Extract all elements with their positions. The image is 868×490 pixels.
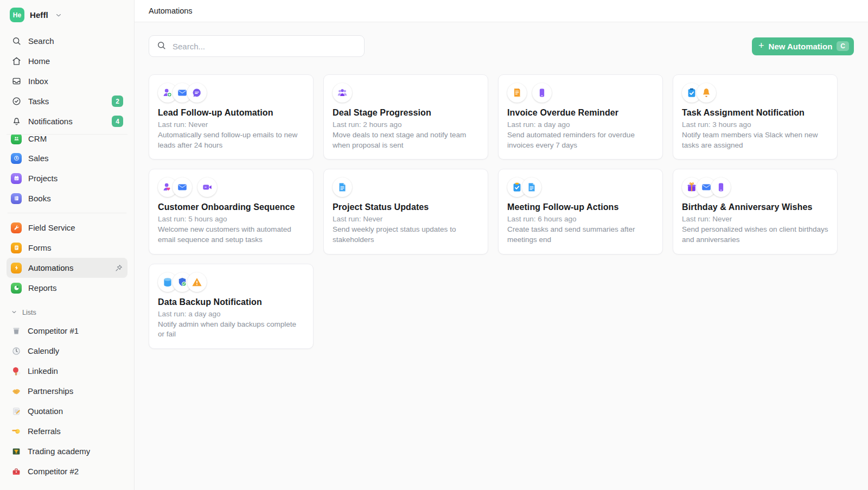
svg-text:$: $ [15, 156, 17, 160]
sidebar-item-automations[interactable]: Automations [7, 258, 127, 278]
automation-card[interactable]: Data Backup NotificationLast run: a day … [149, 264, 314, 349]
sidebar-item-tasks[interactable]: Tasks2 [7, 91, 127, 111]
sidebar-item-label: Forms [28, 243, 52, 252]
sidebar-item-crm[interactable]: CRM [7, 134, 127, 148]
sidebar-item-label: Field Service [28, 223, 75, 232]
card-title: Data Backup Notification [158, 297, 304, 307]
sidebar-item-home[interactable]: Home [7, 51, 127, 71]
automation-card[interactable]: Customer Onboarding SequenceLast run: 5 … [149, 169, 314, 254]
card-last-run: Last run: Never [333, 215, 479, 223]
tasks-icon [11, 96, 22, 107]
crm-app-icon [11, 134, 22, 144]
automation-card[interactable]: Birthday & Anniversary WishesLast run: N… [673, 169, 838, 254]
field-service-app-icon [11, 222, 22, 233]
search-input[interactable] [171, 41, 357, 52]
automations-app-icon [11, 263, 22, 273]
reports-app-icon [11, 283, 22, 294]
sidebar-item-label: Tasks [28, 97, 49, 106]
trophy-frame-icon [11, 446, 21, 456]
card-description: Create tasks and send summaries after me… [507, 225, 654, 245]
sidebar-item-reports[interactable]: Reports [7, 278, 127, 298]
card-description: Send weekly project status updates to st… [333, 225, 479, 245]
sidebar-item-field-service[interactable]: Field Service [7, 218, 127, 238]
sidebar-item-label: Home [28, 56, 50, 66]
icon-group [158, 177, 192, 197]
sidebar-item-linkedin[interactable]: Linkedin [7, 361, 127, 381]
call-me-icon [11, 426, 21, 436]
card-icons [682, 177, 828, 198]
automation-card[interactable]: Invoice Overdue ReminderLast run: a day … [498, 74, 663, 160]
automation-card[interactable]: Meeting Follow-up ActionsLast run: 6 hou… [498, 169, 663, 254]
sidebar-item-label: Search [28, 36, 54, 46]
automation-card[interactable]: Task Assignment NotificationLast run: 3 … [673, 74, 838, 160]
card-description: Send automated reminders for overdue inv… [507, 130, 654, 150]
automation-card[interactable]: Project Status UpdatesLast run: NeverSen… [323, 169, 488, 254]
sidebar-item-inbox[interactable]: Inbox [7, 71, 127, 91]
plus-icon: + [758, 41, 764, 50]
card-icons [333, 177, 479, 198]
search-icon [156, 40, 167, 53]
card-icons [507, 177, 654, 198]
icon-group [507, 83, 527, 103]
envelope-icon [173, 177, 192, 197]
trash-icon [11, 326, 21, 336]
sidebar-item-label: Partnerships [28, 386, 73, 396]
card-title: Birthday & Anniversary Wishes [682, 202, 828, 212]
handshake-icon [11, 386, 21, 396]
icon-group [158, 272, 207, 292]
home-icon [11, 56, 22, 67]
card-last-run: Last run: 6 hours ago [507, 215, 654, 223]
sidebar-item-trading-academy[interactable]: Trading academy [7, 441, 127, 461]
search-box[interactable] [149, 35, 365, 57]
sidebar-item-books[interactable]: Books [7, 188, 127, 208]
sidebar-item-calendly[interactable]: Calendly [7, 341, 127, 361]
card-icons [158, 177, 304, 198]
automation-card[interactable]: Lead Follow-up AutomationLast run: Never… [149, 74, 314, 160]
forms-app-icon [11, 243, 22, 253]
sidebar-item-forms[interactable]: Forms [7, 238, 127, 258]
card-title: Deal Stage Progression [333, 108, 479, 118]
sidebar-item-search[interactable]: Search [7, 31, 127, 51]
sidebar-item-label: Trading academy [28, 447, 90, 456]
new-automation-button[interactable]: + New Automation C [752, 37, 854, 55]
sidebar-item-competitor-1[interactable]: Competitor #1 [7, 321, 127, 341]
sidebar-item-label: Reports [28, 283, 57, 292]
badge-count: 2 [112, 96, 123, 107]
card-title: Task Assignment Notification [682, 108, 828, 118]
books-app-icon [11, 193, 22, 204]
projects-app-icon [11, 173, 22, 184]
automation-card[interactable]: Deal Stage ProgressionLast run: 2 hours … [323, 74, 488, 160]
sidebar-item-label: Linkedin [28, 366, 58, 376]
sidebar-item-competitor-2[interactable]: Competitor #2 [7, 461, 127, 481]
toolbar: + New Automation C [149, 35, 854, 57]
sidebar-item-quotation[interactable]: Quotation [7, 401, 127, 421]
video-camera-icon [197, 177, 217, 197]
lists-section-toggle[interactable]: Lists [7, 307, 127, 319]
sidebar-item-label: Inbox [28, 77, 48, 86]
sidebar-item-sales[interactable]: $Sales [7, 148, 127, 168]
card-description: Notify admin when daily backups complete… [158, 320, 304, 340]
bell-icon [697, 83, 716, 103]
sidebar-item-projects[interactable]: Projects [7, 168, 127, 188]
card-title: Meeting Follow-up Actions [507, 202, 654, 212]
pin-icon[interactable] [114, 264, 123, 272]
toolbox-icon [11, 466, 21, 476]
notifications-icon [11, 116, 22, 127]
sidebar-item-label: Automations [28, 263, 73, 272]
icon-group [682, 83, 716, 103]
sidebar-apps-nav: CRM$SalesProjectsBooks [7, 131, 127, 208]
workspace-avatar: He [10, 8, 24, 22]
sidebar-item-label: Projects [28, 174, 58, 183]
card-last-run: Last run: 3 hours ago [682, 120, 828, 129]
card-description: Notify team members via Slack when new t… [682, 130, 828, 150]
automations-grid: Lead Follow-up AutomationLast run: Never… [149, 74, 854, 349]
icon-group [682, 177, 731, 197]
sidebar-item-referrals[interactable]: Referrals [7, 421, 127, 441]
sidebar-item-partnerships[interactable]: Partnerships [7, 381, 127, 401]
sidebar-item-notifications[interactable]: Notifications4 [7, 111, 127, 131]
icon-group [532, 83, 552, 103]
sales-app-icon: $ [11, 153, 22, 164]
search-icon [11, 36, 22, 47]
sidebar-apps-nav-2: Field ServiceFormsAutomationsReports [7, 218, 127, 298]
workspace-switcher[interactable]: He Heffl [7, 5, 127, 31]
